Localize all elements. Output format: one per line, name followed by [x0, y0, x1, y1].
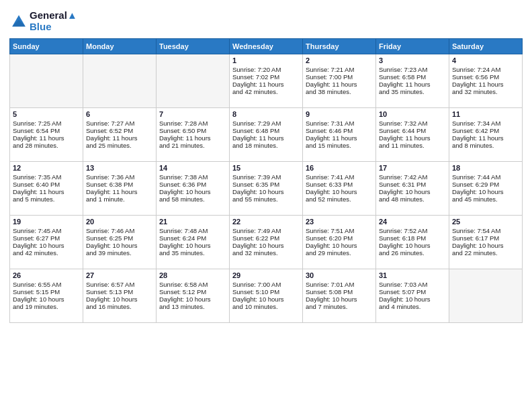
calendar-cell: 22Sunrise: 7:49 AMSunset: 6:22 PMDayligh…: [230, 215, 303, 269]
day-info: Daylight: 10 hours: [379, 295, 446, 303]
day-info: and 1 minute.: [86, 195, 153, 203]
week-row-4: 26Sunrise: 6:55 AMSunset: 5:15 PMDayligh…: [10, 269, 523, 322]
day-info: and 42 minutes.: [232, 88, 300, 95]
calendar-cell: 21Sunrise: 7:48 AMSunset: 6:24 PMDayligh…: [157, 215, 230, 269]
day-info: and 11 minutes.: [379, 142, 446, 149]
day-number: 4: [452, 56, 519, 64]
day-info: Daylight: 10 hours: [232, 188, 300, 195]
calendar-cell: 16Sunrise: 7:41 AMSunset: 6:33 PMDayligh…: [303, 161, 376, 215]
day-number: 8: [232, 110, 300, 118]
day-info: Sunset: 6:50 PM: [159, 127, 226, 134]
day-info: Sunset: 6:29 PM: [452, 181, 519, 188]
day-info: Sunrise: 7:46 AM: [86, 227, 153, 234]
day-info: Daylight: 10 hours: [13, 295, 80, 303]
day-number: 25: [452, 218, 519, 226]
calendar-cell: [83, 54, 157, 107]
calendar-cell: [449, 269, 523, 322]
weekday-header-thursday: Thursday: [303, 38, 376, 54]
week-row-3: 19Sunrise: 7:45 AMSunset: 6:27 PMDayligh…: [10, 215, 523, 269]
day-info: and 4 minutes.: [379, 303, 446, 310]
calendar-cell: 20Sunrise: 7:46 AMSunset: 6:25 PMDayligh…: [83, 215, 157, 269]
calendar-cell: 30Sunrise: 7:01 AMSunset: 5:08 PMDayligh…: [303, 269, 376, 322]
day-info: Daylight: 11 hours: [13, 134, 80, 142]
day-info: Sunrise: 7:38 AM: [159, 173, 226, 181]
day-info: Sunrise: 7:25 AM: [13, 120, 80, 127]
calendar-cell: 5Sunrise: 7:25 AMSunset: 6:54 PMDaylight…: [10, 107, 83, 161]
calendar-cell: [10, 54, 83, 107]
day-info: Sunset: 6:54 PM: [13, 127, 80, 134]
day-number: 27: [86, 271, 153, 279]
calendar-cell: 19Sunrise: 7:45 AMSunset: 6:27 PMDayligh…: [10, 215, 83, 269]
week-row-1: 5Sunrise: 7:25 AMSunset: 6:54 PMDaylight…: [10, 107, 523, 161]
day-info: Daylight: 11 hours: [232, 81, 300, 88]
calendar-cell: 10Sunrise: 7:32 AMSunset: 6:44 PMDayligh…: [376, 107, 449, 161]
calendar-cell: 9Sunrise: 7:31 AMSunset: 6:46 PMDaylight…: [303, 107, 376, 161]
day-info: Sunset: 5:10 PM: [232, 288, 300, 295]
calendar-cell: 3Sunrise: 7:23 AMSunset: 6:58 PMDaylight…: [376, 54, 449, 107]
day-number: 6: [86, 110, 153, 118]
day-number: 3: [379, 56, 446, 64]
calendar-cell: 13Sunrise: 7:36 AMSunset: 6:38 PMDayligh…: [83, 161, 157, 215]
day-number: 28: [159, 271, 226, 279]
day-info: and 38 minutes.: [306, 88, 373, 95]
day-number: 1: [232, 56, 300, 64]
day-info: Sunrise: 6:58 AM: [159, 281, 226, 288]
calendar-cell: 2Sunrise: 7:21 AMSunset: 7:00 PMDaylight…: [303, 54, 376, 107]
day-number: 26: [13, 271, 80, 279]
calendar-cell: 27Sunrise: 6:57 AMSunset: 5:13 PMDayligh…: [83, 269, 157, 322]
day-info: Sunrise: 6:55 AM: [13, 281, 80, 288]
day-info: Daylight: 10 hours: [232, 295, 300, 303]
day-info: Sunrise: 7:34 AM: [452, 120, 519, 127]
day-info: and 5 minutes.: [13, 195, 80, 203]
calendar-cell: 23Sunrise: 7:51 AMSunset: 6:20 PMDayligh…: [303, 215, 376, 269]
day-info: Sunset: 6:40 PM: [13, 181, 80, 188]
day-info: Sunset: 5:15 PM: [13, 288, 80, 295]
day-number: 20: [86, 218, 153, 226]
day-number: 22: [232, 218, 300, 226]
day-info: Sunset: 6:35 PM: [232, 181, 300, 188]
day-info: and 32 minutes.: [232, 249, 300, 257]
calendar-cell: 6Sunrise: 7:27 AMSunset: 6:52 PMDaylight…: [83, 107, 157, 161]
day-info: Sunrise: 7:45 AM: [13, 227, 80, 234]
day-info: and 45 minutes.: [452, 195, 519, 203]
day-info: Sunrise: 7:20 AM: [232, 66, 300, 73]
day-info: Sunset: 5:13 PM: [86, 288, 153, 295]
day-info: Sunset: 5:12 PM: [159, 288, 226, 295]
day-info: Daylight: 10 hours: [159, 188, 226, 195]
day-number: 21: [159, 218, 226, 226]
day-info: Sunrise: 7:49 AM: [232, 227, 300, 234]
day-info: and 52 minutes.: [306, 195, 373, 203]
day-info: Sunset: 6:27 PM: [13, 234, 80, 242]
header: General▲ Blue: [9, 7, 523, 33]
day-info: and 25 minutes.: [86, 142, 153, 149]
day-number: 5: [13, 110, 80, 118]
calendar-cell: 4Sunrise: 7:24 AMSunset: 6:56 PMDaylight…: [449, 54, 523, 107]
day-info: Daylight: 10 hours: [306, 242, 373, 249]
day-info: Daylight: 10 hours: [379, 188, 446, 195]
weekday-header-wednesday: Wednesday: [230, 38, 303, 54]
day-info: Sunrise: 7:41 AM: [306, 173, 373, 181]
day-info: Daylight: 10 hours: [379, 242, 446, 249]
day-info: Daylight: 11 hours: [86, 188, 153, 195]
calendar-cell: 26Sunrise: 6:55 AMSunset: 5:15 PMDayligh…: [10, 269, 83, 322]
day-info: Sunset: 6:36 PM: [159, 181, 226, 188]
day-info: Daylight: 10 hours: [159, 295, 226, 303]
day-info: and 19 minutes.: [13, 303, 80, 310]
day-info: Sunrise: 7:35 AM: [13, 173, 80, 181]
calendar-table: SundayMondayTuesdayWednesdayThursdayFrid…: [9, 38, 523, 323]
day-info: and 35 minutes.: [159, 249, 226, 257]
weekday-header-tuesday: Tuesday: [157, 38, 230, 54]
day-info: Sunset: 6:42 PM: [452, 127, 519, 134]
day-number: 12: [13, 164, 80, 172]
day-info: Sunset: 6:38 PM: [86, 181, 153, 188]
day-info: Sunrise: 7:00 AM: [232, 281, 300, 288]
day-info: and 58 minutes.: [159, 195, 226, 203]
day-info: and 28 minutes.: [13, 142, 80, 149]
day-info: and 10 minutes.: [232, 303, 300, 310]
day-info: Daylight: 10 hours: [159, 242, 226, 249]
day-info: Sunset: 6:46 PM: [306, 127, 373, 134]
day-info: and 55 minutes.: [232, 195, 300, 203]
calendar-cell: 7Sunrise: 7:28 AMSunset: 6:50 PMDaylight…: [157, 107, 230, 161]
calendar-cell: 31Sunrise: 7:03 AMSunset: 5:07 PMDayligh…: [376, 269, 449, 322]
day-info: Sunrise: 6:57 AM: [86, 281, 153, 288]
